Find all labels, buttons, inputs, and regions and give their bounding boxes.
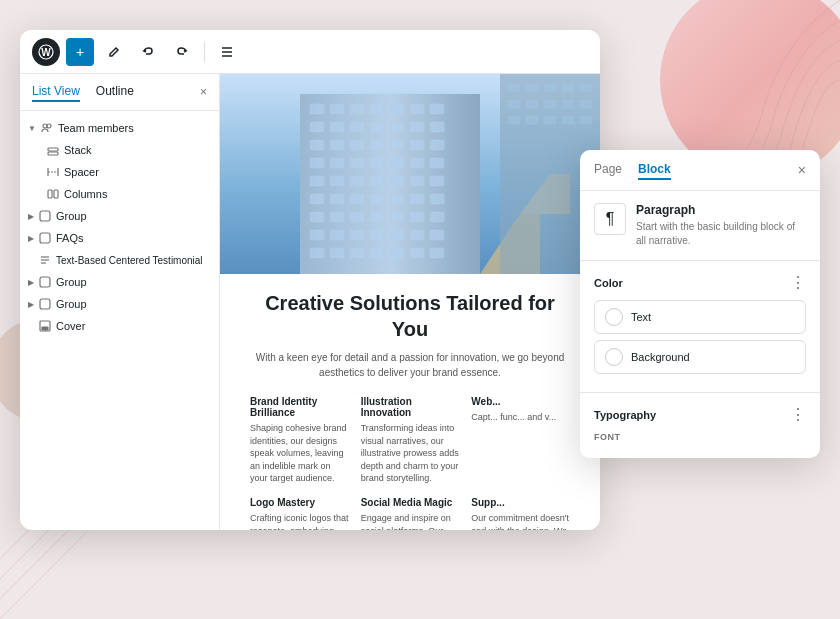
background-color-option[interactable]: Background	[594, 340, 806, 374]
color-section-menu-icon[interactable]: ⋮	[790, 273, 806, 292]
list-item[interactable]: ▶ Group	[20, 271, 219, 293]
list-item[interactable]: ▶ Stack	[20, 139, 219, 161]
toolbar: W +	[20, 30, 600, 74]
undo-button[interactable]	[134, 38, 162, 66]
svg-rect-98	[544, 100, 556, 108]
color-section-title: Color ⋮	[594, 273, 806, 292]
svg-rect-91	[508, 84, 520, 92]
feature-item: Supp... Our commitment doesn't end with …	[471, 497, 570, 530]
svg-rect-102	[526, 116, 538, 124]
svg-rect-97	[526, 100, 538, 108]
list-item-label: Columns	[64, 188, 107, 200]
paragraph-block-icon[interactable]: ¶	[594, 203, 626, 235]
svg-rect-63	[370, 194, 384, 204]
list-item-label: Spacer	[64, 166, 99, 178]
list-view-close-button[interactable]: ×	[200, 85, 207, 99]
block-panel-close-button[interactable]: ×	[798, 162, 806, 178]
text-color-option[interactable]: Text	[594, 300, 806, 334]
tab-block[interactable]: Block	[638, 160, 671, 180]
svg-rect-93	[544, 84, 556, 92]
tab-list-view[interactable]: List View	[32, 82, 80, 102]
svg-rect-41	[350, 140, 364, 150]
group-icon	[38, 209, 52, 223]
block-panel-header: Page Block ×	[580, 150, 820, 191]
columns-icon	[46, 187, 60, 201]
typography-section-label: Typography	[594, 409, 656, 421]
list-item-label: Group	[56, 298, 87, 310]
feature-description: Transforming ideas into visual narrative…	[361, 422, 460, 485]
feature-title: Supp...	[471, 497, 570, 508]
svg-rect-85	[390, 248, 404, 258]
svg-rect-72	[410, 212, 424, 222]
svg-rect-13	[54, 190, 58, 198]
svg-rect-64	[390, 194, 404, 204]
hero-image	[220, 74, 600, 274]
svg-rect-55	[350, 176, 364, 186]
main-container: W +	[10, 30, 830, 590]
svg-rect-30	[410, 104, 424, 114]
feature-item: Web... Capt... func... and v...	[471, 396, 570, 485]
list-item[interactable]: ▶ Spacer	[20, 161, 219, 183]
svg-rect-20	[40, 299, 50, 309]
list-item[interactable]: ▶ FAQs	[20, 227, 219, 249]
feature-item: Brand Identity Brilliance Shaping cohesi…	[250, 396, 349, 485]
feature-title: Web...	[471, 396, 570, 407]
list-item[interactable]: ▶ Group	[20, 205, 219, 227]
list-item[interactable]: ▶ Group	[20, 293, 219, 315]
svg-rect-12	[48, 190, 52, 198]
list-item[interactable]: ▼ Team members	[20, 117, 219, 139]
svg-rect-76	[350, 230, 364, 240]
svg-rect-32	[310, 122, 324, 132]
feature-title: Illustration Innovation	[361, 396, 460, 418]
feature-description: Capt... func... and v...	[471, 411, 570, 424]
list-view-header: List View Outline ×	[20, 74, 219, 111]
list-item[interactable]: ▶ Columns	[20, 183, 219, 205]
typography-section-menu-icon[interactable]: ⋮	[790, 405, 806, 424]
block-type-card: ¶ Paragraph Start with the basic buildin…	[594, 203, 806, 248]
svg-rect-15	[40, 233, 50, 243]
svg-rect-50	[390, 158, 404, 168]
svg-rect-61	[330, 194, 344, 204]
svg-rect-45	[430, 140, 444, 150]
svg-rect-48	[350, 158, 364, 168]
svg-rect-60	[310, 194, 324, 204]
wordpress-logo[interactable]: W	[32, 38, 60, 66]
svg-rect-95	[580, 84, 592, 92]
feature-description: Crafting iconic logos that resonate, emb…	[250, 512, 349, 530]
editor-features-grid-row2: Logo Mastery Crafting iconic logos that …	[250, 497, 570, 530]
list-item[interactable]: ▶ Cover	[20, 315, 219, 337]
chevron-right-icon: ▶	[28, 212, 34, 221]
feature-title: Logo Mastery	[250, 497, 349, 508]
stack-icon	[46, 143, 60, 157]
svg-rect-34	[350, 122, 364, 132]
block-type-info: Paragraph Start with the basic building …	[636, 203, 806, 248]
svg-rect-80	[430, 230, 444, 240]
list-item-label: Group	[56, 210, 87, 222]
group-icon	[38, 231, 52, 245]
list-item[interactable]: ▶ Text-Based Centered Testimonial	[20, 249, 219, 271]
svg-rect-79	[410, 230, 424, 240]
text-color-label: Text	[631, 311, 651, 323]
block-panel: Page Block × ¶ Paragraph Start with the …	[580, 150, 820, 458]
typography-section-title: Typography ⋮	[594, 405, 806, 424]
editor-main-content: Creative Solutions Tailored for You With…	[220, 274, 600, 530]
svg-rect-56	[370, 176, 384, 186]
list-view-toggle[interactable]	[213, 38, 241, 66]
chevron-right-icon: ▶	[28, 256, 34, 265]
edit-button[interactable]	[100, 38, 128, 66]
redo-button[interactable]	[168, 38, 196, 66]
svg-rect-66	[430, 194, 444, 204]
svg-rect-28	[370, 104, 384, 114]
svg-rect-42	[370, 140, 384, 150]
list-view-tabs: List View Outline	[32, 82, 200, 102]
svg-rect-73	[430, 212, 444, 222]
list-view-items: ▼ Team members ▶ Stack	[20, 111, 219, 343]
tab-page[interactable]: Page	[594, 160, 622, 180]
svg-rect-75	[330, 230, 344, 240]
color-section: Color ⋮ Text Background	[580, 261, 820, 393]
tab-outline[interactable]: Outline	[96, 82, 134, 102]
svg-rect-65	[410, 194, 424, 204]
chevron-right-icon: ▶	[28, 300, 34, 309]
chevron-right-icon: ▶	[36, 190, 42, 199]
add-block-button[interactable]: +	[66, 38, 94, 66]
